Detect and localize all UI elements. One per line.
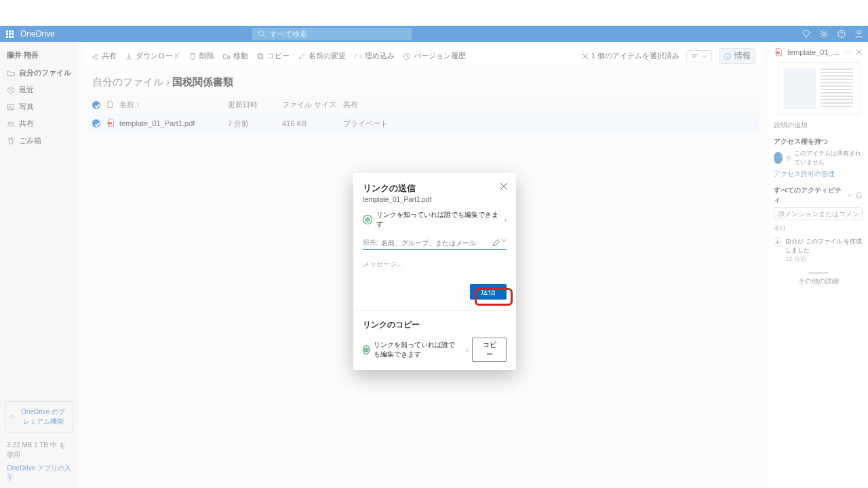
copy-button[interactable]: コピー — [472, 338, 507, 362]
chevron-right-icon: › — [505, 216, 507, 224]
message-input[interactable]: メッセージ... — [363, 260, 507, 269]
pencil-icon[interactable] — [492, 238, 501, 247]
recipient-field[interactable]: 宛先: — [363, 236, 507, 250]
permission-row[interactable]: リンクを知っていれば誰でも編集できます › — [363, 210, 507, 229]
close-button[interactable] — [500, 182, 509, 192]
chevron-right-icon: › — [466, 346, 468, 354]
copy-title: リンクのコピー — [363, 319, 507, 331]
dialog-filename: template_01_Part1.pdf — [363, 196, 507, 203]
globe-icon — [363, 215, 372, 224]
copy-permission-text[interactable]: リンクを知っていれば誰でも編集できます — [374, 340, 462, 359]
dialog-title: リンクの送信 — [363, 182, 507, 195]
share-dialog: リンクの送信 template_01_Part1.pdf リンクを知っていれば誰… — [353, 173, 516, 370]
annotation-highlight — [475, 288, 513, 306]
globe-icon — [363, 345, 370, 354]
chevron-down-icon[interactable] — [501, 238, 507, 243]
recipient-input[interactable] — [381, 238, 492, 247]
